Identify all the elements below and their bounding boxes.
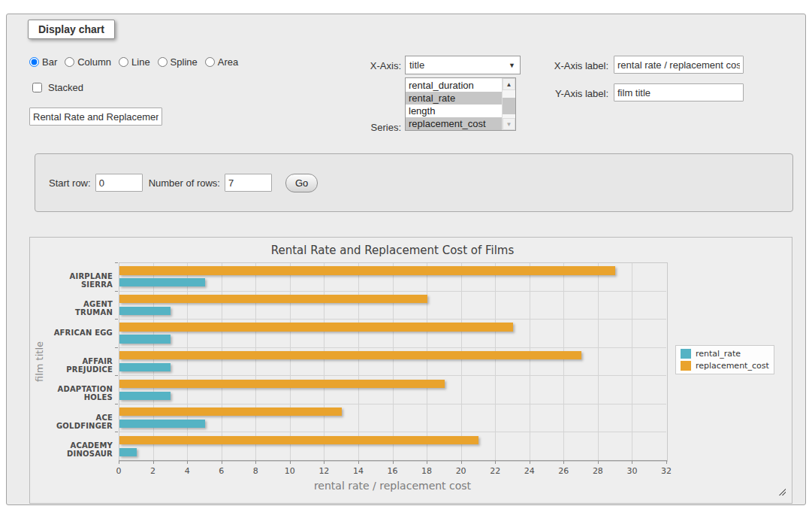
series-option[interactable]: length <box>406 105 502 117</box>
y-axis-tick <box>115 262 118 263</box>
gridline <box>598 263 599 460</box>
x-tick-label: 6 <box>219 466 224 476</box>
series-listbox[interactable]: rental_durationrental_ratelengthreplacem… <box>405 77 516 131</box>
bar-replacement_cost <box>119 436 478 444</box>
legend-item: rental_rate <box>681 349 769 359</box>
radio-line-input[interactable] <box>119 57 128 67</box>
x-tick-label: 16 <box>388 466 398 476</box>
stacked-checkbox-row[interactable]: Stacked <box>29 80 83 95</box>
x-axis-tick <box>187 461 188 464</box>
x-tick-label: 30 <box>626 466 637 476</box>
chart-type-radio-spline[interactable]: Spline <box>158 56 198 68</box>
x-tick-label: 12 <box>318 466 329 476</box>
x-axis-select-label: X-Axis: <box>337 60 401 71</box>
chart-type-radio-bar[interactable]: Bar <box>29 56 57 68</box>
band-separator <box>119 291 666 292</box>
x-tick-label: 8 <box>253 466 258 476</box>
x-tick-label: 10 <box>285 466 295 476</box>
x-axis-tick <box>530 461 530 464</box>
category-label: ACADEMY DINOSAUR <box>44 441 113 458</box>
bar-rental_rate <box>119 278 205 286</box>
series-option[interactable]: rental_duration <box>406 79 502 92</box>
category-label: AFFAIR PREJUDICE <box>44 357 113 374</box>
radio-spline-input[interactable] <box>158 57 168 67</box>
y-axis-tick <box>115 375 118 376</box>
bar-replacement_cost <box>119 295 427 303</box>
gridline <box>358 263 359 460</box>
band-separator <box>119 404 666 404</box>
bar-rental_rate <box>119 420 205 428</box>
x-tick-label: 24 <box>524 466 535 476</box>
x-tick-label: 28 <box>593 466 603 476</box>
chart-type-radio-area[interactable]: Area <box>205 56 238 68</box>
x-axis-tick <box>666 461 667 464</box>
y-axis-label-input[interactable] <box>614 83 744 101</box>
chart-legend: rental_ratereplacement_cost <box>675 345 774 374</box>
chart-panel: Rental Rate and Replacement Cost of Film… <box>29 237 792 504</box>
category-label: ADAPTATION HOLES <box>44 385 113 401</box>
start-row-input[interactable] <box>95 174 143 192</box>
x-axis-tick <box>255 461 256 464</box>
radio-line-label: Line <box>131 56 150 68</box>
gridline <box>222 263 222 460</box>
scroll-down-icon[interactable]: ▼ <box>503 118 515 130</box>
chart-type-radio-column[interactable]: Column <box>65 56 111 68</box>
gridline <box>153 263 154 460</box>
category-label: AIRPLANE SIERRA <box>44 272 113 289</box>
x-tick-label: 0 <box>116 466 122 476</box>
radio-column-input[interactable] <box>65 57 74 67</box>
gridline <box>290 263 291 460</box>
x-axis-tick <box>563 461 564 464</box>
bar-rental_rate <box>119 448 137 456</box>
bar-replacement_cost <box>119 380 445 388</box>
legend-swatch-icon <box>681 349 691 359</box>
chart-title-input[interactable] <box>29 108 162 126</box>
row-range-panel: Start row: Number of rows: Go <box>35 153 793 212</box>
gridline <box>255 263 256 460</box>
x-axis-select-value: title <box>409 59 509 71</box>
gridline <box>324 263 324 460</box>
x-axis-tick <box>495 461 496 464</box>
gridline <box>530 263 530 460</box>
num-rows-input[interactable] <box>225 174 272 192</box>
x-axis-tick <box>290 461 291 464</box>
bar-replacement_cost <box>119 351 581 359</box>
series-listbox-options: rental_durationrental_ratelengthreplacem… <box>406 78 502 130</box>
chart-type-radio-line[interactable]: Line <box>119 56 150 68</box>
x-axis-tick <box>632 461 632 464</box>
gridline <box>187 263 188 460</box>
radio-area-input[interactable] <box>205 57 215 67</box>
bar-replacement_cost <box>119 323 513 331</box>
band-separator <box>119 375 666 376</box>
gridline <box>461 263 462 460</box>
num-rows-label: Number of rows: <box>149 177 220 189</box>
scroll-up-icon[interactable]: ▲ <box>503 78 515 90</box>
chart-type-radio-group: Bar Column Line Spline Area <box>29 56 238 68</box>
display-chart-fieldset: Display chart Bar Column Line Spline Are… <box>6 14 806 505</box>
chart-canvas: Rental Rate and Replacement Cost of Film… <box>30 238 792 503</box>
scrollbar-thumb[interactable] <box>503 98 515 114</box>
x-axis-tick <box>427 461 427 464</box>
series-option[interactable]: replacement_cost <box>406 117 502 130</box>
gridline <box>393 263 394 460</box>
x-axis-line <box>119 460 667 461</box>
x-axis-label-input[interactable] <box>614 56 744 74</box>
category-label: ACE GOLDFINGER <box>44 414 113 430</box>
series-option[interactable]: rental_rate <box>406 92 502 105</box>
x-tick-label: 18 <box>421 466 432 476</box>
radio-area-label: Area <box>218 56 238 68</box>
stacked-label: Stacked <box>48 82 83 93</box>
x-axis-tick <box>393 461 394 464</box>
radio-column-label: Column <box>77 56 111 68</box>
bar-replacement_cost <box>119 266 615 274</box>
bar-rental_rate <box>119 307 171 315</box>
series-listbox-scrollbar[interactable]: ▲ ▼ <box>502 78 515 130</box>
legend-label: rental_rate <box>696 349 741 359</box>
radio-bar-input[interactable] <box>29 57 39 67</box>
go-button[interactable]: Go <box>285 174 318 192</box>
x-axis-select[interactable]: title ▼ <box>405 56 521 74</box>
bar-rental_rate <box>119 363 171 371</box>
stacked-checkbox[interactable] <box>32 83 42 92</box>
x-tick-label: 22 <box>490 466 500 476</box>
chevron-down-icon: ▼ <box>509 62 520 69</box>
